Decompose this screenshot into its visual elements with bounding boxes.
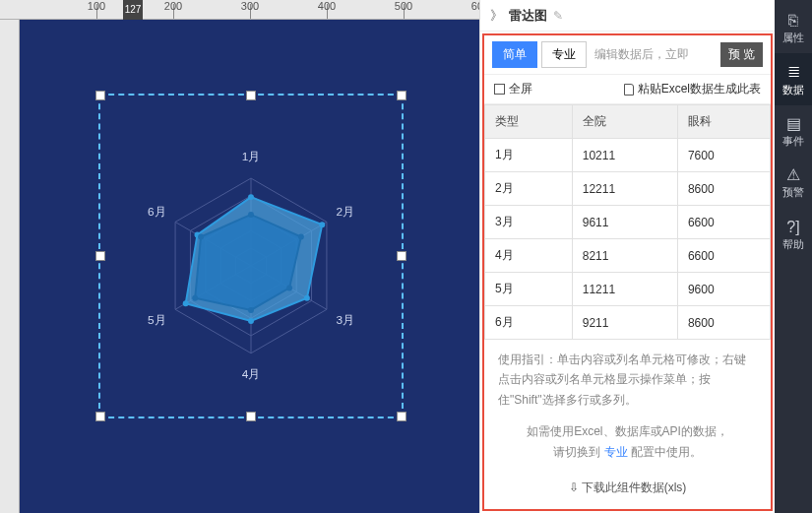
table-row: 3月96116600 <box>485 206 771 239</box>
table-cell[interactable]: 9611 <box>572 206 677 239</box>
tab-simple[interactable]: 简单 <box>492 41 537 68</box>
iconbar-label: 数据 <box>782 84 804 96</box>
pro-link[interactable]: 专业 <box>604 445 628 459</box>
iconbar-icon: ⎘ <box>775 11 812 30</box>
iconbar-item-数据[interactable]: ≣数据 <box>775 53 812 104</box>
iconbar-item-属性[interactable]: ⎘属性 <box>775 2 812 53</box>
ruler-vertical <box>0 0 20 513</box>
svg-point-23 <box>192 295 198 301</box>
table-row: 6月92118600 <box>485 306 771 340</box>
download-icon <box>569 481 582 494</box>
svg-point-14 <box>304 295 310 301</box>
svg-point-19 <box>248 212 254 218</box>
panel-title: 雷达图 <box>509 7 547 25</box>
fullscreen-label: 全屏 <box>509 81 532 97</box>
table-cell[interactable]: 7600 <box>677 139 770 172</box>
iconbar-icon: ≣ <box>775 62 812 81</box>
iconbar-label: 预警 <box>782 186 804 198</box>
panel-header: 》 雷达图 ✎ <box>480 0 775 32</box>
iconbar-icon: ?] <box>775 218 812 236</box>
svg-point-20 <box>298 234 304 240</box>
download-link[interactable]: 下载此组件数据(xls) <box>484 472 771 504</box>
iconbar-label: 属性 <box>782 32 804 43</box>
table-header-cell[interactable]: 类型 <box>485 105 573 139</box>
table-cell[interactable]: 3月 <box>485 206 573 239</box>
hint-excel: 如需使用Excel、数据库或API的数据， 请切换到 专业 配置中使用。 <box>498 421 757 462</box>
radar-axis-label: 4月 <box>242 367 261 381</box>
iconbar-icon: ▤ <box>775 114 812 133</box>
table-toolbar: 全屏 粘贴Excel数据生成此表 <box>484 75 771 104</box>
paste-excel-button[interactable]: 粘贴Excel数据生成此表 <box>624 81 761 97</box>
tabs-row: 简单 专业 编辑数据后，立即 预 览 <box>484 35 771 75</box>
preview-button[interactable]: 预 览 <box>720 42 763 67</box>
ruler-horizontal: 100200300400500600 <box>0 0 479 20</box>
table-cell[interactable]: 11211 <box>572 273 677 306</box>
radar-axis-label: 3月 <box>336 313 354 327</box>
iconbar-item-帮助[interactable]: ?]帮助 <box>775 209 812 260</box>
svg-point-22 <box>248 307 254 313</box>
iconbar-item-预警[interactable]: ⚠预警 <box>775 157 812 208</box>
table-cell[interactable]: 2月 <box>485 172 573 206</box>
table-row: 4月82116600 <box>485 239 771 273</box>
table-cell[interactable]: 9600 <box>677 273 770 306</box>
svg-point-15 <box>248 318 254 324</box>
hints-area: 使用指引：单击内容或列名单元格可修改；右键点击内容或列名单元格显示操作菜单；按住… <box>484 340 771 472</box>
iconbar-icon: ⚠ <box>775 165 812 184</box>
hint-usage: 使用指引：单击内容或列名单元格可修改；右键点击内容或列名单元格显示操作菜单；按住… <box>498 350 757 410</box>
data-table[interactable]: 类型全院眼科 1月1021176002月1221186003月961166004… <box>484 104 771 340</box>
table-cell[interactable]: 6月 <box>485 306 573 340</box>
table-header-cell[interactable]: 全院 <box>572 105 677 139</box>
table-row: 2月122118600 <box>485 172 771 206</box>
svg-point-12 <box>248 194 254 200</box>
table-body: 1月1021176002月1221186003月961166004月821166… <box>485 139 771 340</box>
edit-note: 编辑数据后，立即 <box>594 46 717 63</box>
ruler-position-marker: 127 <box>123 0 143 20</box>
canvas-area: 100200300400500600 127 1月2月3月4月5月6月 <box>0 0 479 513</box>
table-cell[interactable]: 8211 <box>572 239 677 273</box>
selection-box[interactable]: 1月2月3月4月5月6月 <box>98 94 404 418</box>
table-cell[interactable]: 6600 <box>677 239 770 273</box>
svg-point-16 <box>183 300 189 306</box>
table-cell[interactable]: 8600 <box>677 172 770 206</box>
table-row: 1月102117600 <box>485 139 771 172</box>
table-cell[interactable]: 6600 <box>677 206 770 239</box>
table-cell[interactable]: 10211 <box>572 139 677 172</box>
table-cell[interactable]: 1月 <box>485 139 573 172</box>
iconbar-label: 事件 <box>782 135 804 147</box>
design-canvas[interactable]: 1月2月3月4月5月6月 <box>20 20 479 513</box>
tab-pro[interactable]: 专业 <box>541 41 587 68</box>
iconbar-label: 帮助 <box>782 238 804 250</box>
edit-icon[interactable]: ✎ <box>553 9 563 23</box>
table-header-row: 类型全院眼科 <box>485 105 771 139</box>
fullscreen-button[interactable]: 全屏 <box>494 81 532 97</box>
radar-axis-label: 2月 <box>336 205 354 219</box>
properties-panel: 》 雷达图 ✎ 简单 专业 编辑数据后，立即 预 览 全屏 粘贴Excel数据生… <box>479 0 775 513</box>
table-cell[interactable]: 9211 <box>572 306 677 340</box>
radar-axis-label: 5月 <box>148 313 166 327</box>
radar-axis-label: 1月 <box>242 150 261 163</box>
table-cell[interactable]: 8600 <box>677 306 770 340</box>
paste-excel-label: 粘贴Excel数据生成此表 <box>638 81 761 97</box>
svg-point-13 <box>319 222 325 227</box>
table-cell[interactable]: 12211 <box>572 172 677 206</box>
svg-point-21 <box>286 285 292 290</box>
svg-point-24 <box>198 234 204 240</box>
right-iconbar: ⎘属性≣数据▤事件⚠预警?]帮助 <box>775 0 812 513</box>
fullscreen-icon <box>494 84 505 95</box>
panel-body: 简单 专业 编辑数据后，立即 预 览 全屏 粘贴Excel数据生成此表 类型全院… <box>482 33 773 511</box>
table-cell[interactable]: 5月 <box>485 273 573 306</box>
collapse-icon[interactable]: 》 <box>490 7 503 25</box>
radar-axis-label: 6月 <box>148 205 166 219</box>
table-row: 5月112119600 <box>485 273 771 306</box>
iconbar-item-事件[interactable]: ▤事件 <box>775 105 812 157</box>
table-header-cell[interactable]: 眼科 <box>677 105 770 139</box>
radar-chart: 1月2月3月4月5月6月 <box>100 96 402 417</box>
table-cell[interactable]: 4月 <box>485 239 573 273</box>
excel-icon <box>624 84 634 96</box>
